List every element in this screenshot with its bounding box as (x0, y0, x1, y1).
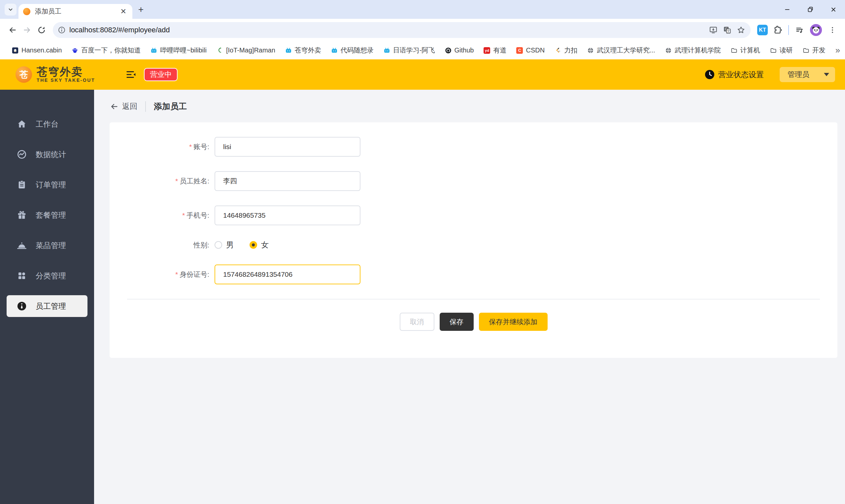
cancel-button[interactable]: 取消 (400, 313, 434, 331)
profile-avatar[interactable] (810, 24, 822, 36)
bookmark-item[interactable]: yd 有道 (483, 46, 506, 55)
sidebar: 工作台 数据统计 订单管理 (0, 90, 94, 504)
bookmark-item[interactable]: Hansen.cabin (12, 47, 62, 54)
reload-icon (37, 26, 46, 34)
save-button[interactable]: 保存 (440, 313, 474, 331)
install-icon (709, 26, 718, 34)
sidebar-item-label: 数据统计 (36, 149, 66, 160)
sidebar-item-orders[interactable]: 订单管理 (0, 169, 94, 200)
bookmark-item[interactable]: 代码随想录 (331, 46, 374, 55)
forward-button[interactable] (20, 23, 34, 37)
folder-icon (770, 47, 777, 54)
bookmark-item[interactable]: 武理计算机学院 (665, 46, 721, 55)
form-row-phone: *手机号: (110, 205, 838, 225)
app-body: 工作台 数据统计 订单管理 (0, 90, 845, 504)
sidebar-item-statistics[interactable]: 数据统计 (0, 139, 94, 169)
globe-favicon (665, 47, 672, 54)
bookmark-star-button[interactable] (734, 23, 748, 37)
save-and-continue-button[interactable]: 保存并继续添加 (479, 313, 548, 331)
globe-favicon (587, 47, 594, 54)
bookmark-label: 计算机 (740, 46, 760, 55)
form-divider (127, 299, 820, 300)
sidebar-item-label: 套餐管理 (36, 210, 66, 220)
bookmark-folder[interactable]: 计算机 (731, 46, 760, 55)
bookmarks-bar: Hansen.cabin 百度一下，你就知道 哔哩哔哩~bilibili [Io… (0, 41, 845, 59)
baidu-paw-favicon (72, 47, 78, 54)
kt-extension-button[interactable]: KT (757, 25, 768, 35)
media-controls-button[interactable] (792, 23, 807, 37)
sidebar-item-setmeal[interactable]: 套餐管理 (0, 200, 94, 230)
toolbar-separator (788, 25, 789, 35)
extensions-button[interactable] (770, 23, 785, 37)
bookmarks-overflow-button[interactable]: » (835, 45, 840, 55)
phone-input[interactable] (214, 205, 360, 225)
account-input[interactable] (214, 137, 360, 157)
site-info-button[interactable] (55, 24, 68, 36)
sidebar-item-label: 订单管理 (36, 180, 66, 190)
radio-female[interactable]: 女 (249, 240, 269, 250)
bookmark-label: 武汉理工大学研究... (597, 46, 655, 55)
bookmark-item[interactable]: Github (445, 47, 474, 54)
panda-avatar-icon (810, 24, 822, 36)
playlist-music-icon (795, 25, 804, 35)
chevron-down-icon (824, 73, 829, 76)
tab-search-button[interactable] (5, 4, 17, 16)
address-bar[interactable]: localhost:8082/#/employee/add G文 (53, 22, 751, 38)
info-icon (58, 26, 66, 34)
bookmark-label: 代码随想录 (341, 46, 374, 55)
business-status-setting-button[interactable]: 营业状态设置 (704, 69, 764, 80)
bookmark-item[interactable]: 哔哩哔哩~bilibili (151, 46, 207, 55)
user-menu-dropdown[interactable]: 管理员 (780, 67, 835, 82)
tab-close-icon[interactable]: ✕ (119, 7, 128, 16)
close-icon (830, 6, 837, 13)
sidebar-item-categories[interactable]: 分类管理 (0, 260, 94, 291)
close-window-button[interactable] (822, 0, 845, 19)
radio-male-label: 男 (226, 240, 234, 250)
id-number-input[interactable] (214, 265, 360, 284)
radio-male[interactable]: 男 (214, 240, 234, 250)
bookmark-item[interactable]: 力扣 (554, 46, 577, 55)
employee-name-input[interactable] (214, 171, 360, 191)
minimize-button[interactable] (776, 0, 799, 19)
sidebar-item-workbench[interactable]: 工作台 (0, 109, 94, 139)
header-right-group: 营业状态设置 管理员 (704, 67, 835, 82)
dish-cloche-icon (17, 240, 27, 251)
house-favicon (12, 47, 18, 54)
bookmark-folder[interactable]: 开发 (803, 46, 826, 55)
svg-text:文: 文 (727, 29, 730, 33)
name-label: *员工姓名: (110, 177, 214, 186)
restore-button[interactable] (799, 0, 822, 19)
bookmark-label: 哔哩哔哩~bilibili (160, 46, 207, 55)
translate-button[interactable]: G文 (720, 23, 734, 37)
bookmark-folder[interactable]: 读研 (770, 46, 793, 55)
back-button[interactable] (5, 23, 20, 37)
form-row-name: *员工姓名: (110, 171, 838, 191)
back-link[interactable]: 返回 (110, 101, 137, 111)
bookmark-item[interactable]: C CSDN (516, 47, 545, 54)
browser-menu-button[interactable] (825, 23, 840, 37)
leetcode-favicon (554, 47, 561, 54)
url-text[interactable]: localhost:8082/#/employee/add (69, 26, 706, 34)
window-controls (776, 0, 845, 19)
bookmark-label: 读研 (780, 46, 793, 55)
forward-arrow-icon (22, 25, 32, 35)
sidebar-item-dishes[interactable]: 菜品管理 (0, 230, 94, 260)
new-tab-button[interactable]: + (135, 4, 147, 16)
bookmark-item[interactable]: 苍穹外卖 (285, 46, 321, 55)
bookmark-item[interactable]: 百度一下，你就知道 (72, 46, 141, 55)
install-app-button[interactable] (706, 23, 720, 37)
tab-title: 添加员工 (35, 7, 119, 16)
brand-name: 苍穹外卖 (37, 66, 95, 78)
kt-extension-label: KT (759, 27, 766, 33)
bookmark-item[interactable]: [IoT-Mag]Raman (216, 47, 275, 54)
bookmark-label: 武理计算机学院 (675, 46, 721, 55)
sidebar-item-employees[interactable]: 员工管理 (0, 291, 94, 321)
bookmark-item[interactable]: 武汉理工大学研究... (587, 46, 655, 55)
bilibili-tv-favicon (384, 47, 390, 54)
browser-tab-bar: 添加员工 ✕ + (0, 0, 845, 19)
reload-button[interactable] (34, 23, 49, 37)
browser-tab[interactable]: 添加员工 ✕ (18, 4, 133, 19)
bookmark-label: Github (455, 47, 474, 54)
bookmark-item[interactable]: 日语学习-阿飞 (384, 46, 435, 55)
sidebar-collapse-button[interactable] (125, 70, 137, 79)
